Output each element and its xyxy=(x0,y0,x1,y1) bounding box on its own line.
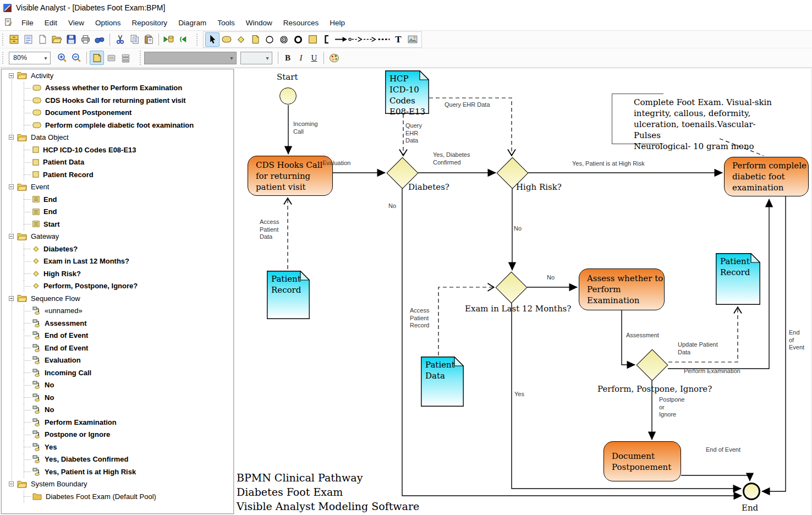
activity-assess[interactable]: Assess whether to Perform Examination xyxy=(579,269,665,310)
font-name-combo[interactable]: ▾ xyxy=(144,52,237,64)
text-tool-button[interactable]: T xyxy=(391,32,405,47)
start-event[interactable] xyxy=(279,87,297,105)
dots-tool-button[interactable] xyxy=(377,32,391,47)
data-patient-record-right[interactable]: Patient Record xyxy=(716,253,760,305)
tree-item-patient-data[interactable]: Patient Data xyxy=(2,156,233,169)
assoc-access-patient-record[interactable] xyxy=(438,287,493,355)
menu-item-repository[interactable]: Repository xyxy=(127,17,173,29)
data-object-tool-button[interactable] xyxy=(248,32,262,47)
label-yes-diabetes-confirmed[interactable]: Yes, Diabetes Confirmed xyxy=(433,151,470,166)
menu-item-tools[interactable]: Tools xyxy=(212,17,240,29)
boundary-tool-button[interactable] xyxy=(305,32,320,47)
zoom-out-button[interactable] xyxy=(69,51,84,65)
tree-item-hcp-icd-10-codes-e08-e13[interactable]: HCP ICD-10 Codes E08-E13 xyxy=(2,144,233,156)
end-event-label[interactable]: End xyxy=(742,503,758,513)
message-flow-tool-button[interactable] xyxy=(348,32,363,47)
label-end-of-event-v[interactable]: End of Event xyxy=(789,329,804,352)
tree-item-exam-in-last-12-months[interactable]: Exam in Last 12 Months? xyxy=(2,255,233,268)
tree-folder-gateway[interactable]: Gateway xyxy=(2,231,233,243)
gateway-tool-button[interactable] xyxy=(234,32,248,47)
tree-item-document-postponement[interactable]: Document Postponement xyxy=(2,107,233,119)
label-no-exam[interactable]: No xyxy=(547,274,555,282)
menu-item-diagram[interactable]: Diagram xyxy=(173,17,212,29)
intermediate-event-tool-button[interactable] xyxy=(277,32,291,47)
association-tool-button[interactable] xyxy=(363,32,377,47)
child-window-icon[interactable] xyxy=(4,18,13,28)
menu-item-edit[interactable]: Edit xyxy=(39,17,63,29)
label-evaluation[interactable]: Evaluation xyxy=(322,160,350,167)
tree-folder-sequence-flow[interactable]: Sequence Flow xyxy=(2,292,233,305)
tree-item-high-risk[interactable]: High Risk? xyxy=(2,267,233,280)
import-forward-button[interactable] xyxy=(162,32,176,47)
open-folder-button[interactable] xyxy=(50,32,64,47)
find-button[interactable] xyxy=(92,32,107,47)
tree-item-yes-diabetes-confirmed[interactable]: Yes, Diabetes Confirmed xyxy=(2,453,233,466)
label-access-patient-record[interactable]: Access Patient Record xyxy=(410,307,429,330)
color-palette-button[interactable] xyxy=(327,51,341,65)
cut-button[interactable] xyxy=(113,32,127,47)
italic-button[interactable]: I xyxy=(294,51,308,64)
activity-document-postponement[interactable]: Document Postponement xyxy=(603,441,681,481)
toolbar-grip[interactable] xyxy=(196,34,199,46)
toolbar-grip[interactable] xyxy=(2,34,4,46)
menu-item-view[interactable]: View xyxy=(63,17,90,29)
bold-button[interactable]: B xyxy=(281,51,294,64)
data-hcp-icd10[interactable]: HCP ICD-10 Codes E08-E13 xyxy=(385,70,429,114)
repository-tree[interactable]: ActivityAssess whether to Perform Examin… xyxy=(1,69,234,514)
tree-item-end[interactable]: End xyxy=(2,206,233,218)
gateway-ppi-label[interactable]: Perform, Postpone, Ignore? xyxy=(597,384,712,394)
paste-button[interactable] xyxy=(141,32,156,47)
label-assessment[interactable]: Assessment xyxy=(626,332,659,339)
print-button[interactable] xyxy=(78,32,92,47)
label-no-high-risk[interactable]: No xyxy=(514,225,522,233)
flow-end-of-event-doc[interactable] xyxy=(681,475,750,481)
label-query-ehr-data-h[interactable]: Query EHR Data xyxy=(445,101,490,109)
start-event-label[interactable]: Start xyxy=(277,72,298,82)
pointer-button[interactable] xyxy=(205,32,220,47)
data-patient-record-left[interactable]: Patient Record xyxy=(267,271,310,319)
tree-item-assess-whether-to-perform-examination[interactable]: Assess whether to Perform Examination xyxy=(2,82,233,95)
label-postpone-or-ignore[interactable]: Postpone or Ignore xyxy=(659,396,684,419)
zoom-in-button[interactable] xyxy=(55,51,69,65)
new-document-button[interactable] xyxy=(35,32,50,47)
label-no-diabetes[interactable]: No xyxy=(388,202,396,210)
label-query-ehr-data-v[interactable]: Query EHR Data xyxy=(405,122,422,145)
copy-button[interactable] xyxy=(127,32,141,47)
tree-item-end-of-event[interactable]: End of Event xyxy=(2,330,233,342)
tree-item-incoming-call[interactable]: Incoming Call xyxy=(2,366,233,379)
menu-item-file[interactable]: File xyxy=(16,17,39,29)
toolbar-grip[interactable] xyxy=(139,51,142,65)
activity-perform-exam[interactable]: Perform complele diabetic foot examinati… xyxy=(724,157,809,196)
image-tool-button[interactable] xyxy=(405,32,420,47)
tree-item-diabetes-foot-exam-default-pool[interactable]: Diabetes Foot Exam (Default Pool) xyxy=(2,490,233,503)
tree-item-yes-patient-is-at-high-risk[interactable]: Yes, Patient is at High Risk xyxy=(2,465,233,478)
activity-tool-button[interactable] xyxy=(220,32,234,47)
end-event-tool-button[interactable] xyxy=(291,32,305,47)
tree-item-no[interactable]: No xyxy=(2,379,233,392)
menu-item-options[interactable]: Options xyxy=(90,17,127,29)
menu-item-help[interactable]: Help xyxy=(324,17,350,29)
diagram-caption[interactable]: BPMN Clinical Pathway Diabetes Foot Exam… xyxy=(237,470,419,513)
export-back-button[interactable] xyxy=(176,32,190,47)
tree-item-assessment[interactable]: Assessment xyxy=(2,317,233,330)
gateway-diabetes-label[interactable]: Diabetes? xyxy=(408,182,449,192)
tree-item-postpone-or-ignore[interactable]: Postpone or Ignore xyxy=(2,429,233,441)
tree-item-unnamed[interactable]: «unnamed» xyxy=(2,305,233,317)
font-size-combo[interactable]: ▾ xyxy=(240,52,272,64)
annotation-tool-button[interactable] xyxy=(320,32,334,47)
label-end-of-event-h[interactable]: End of Event xyxy=(706,446,740,454)
label-perform-examination[interactable]: Perform Examination xyxy=(684,368,740,375)
browse-document-button[interactable] xyxy=(21,32,35,47)
page-gray-button[interactable] xyxy=(104,51,118,65)
tree-item-start[interactable]: Start xyxy=(2,218,233,231)
repository-cabinet-button[interactable] xyxy=(7,32,21,47)
annotation-complete-foot-exam[interactable]: Complete Foot Exam. Visual-skin integrit… xyxy=(634,97,781,152)
tree-item-perform-complele-diabetic-foot-examination[interactable]: Perform complele diabetic foot examinati… xyxy=(2,119,233,132)
tree-item-evaluation[interactable]: Evaluation xyxy=(2,354,233,367)
tree-folder-activity[interactable]: Activity xyxy=(2,69,233,82)
tree-folder-event[interactable]: Event xyxy=(2,181,233,194)
tree-folder-data-object[interactable]: Data Object xyxy=(2,132,233,144)
tree-item-end[interactable]: End xyxy=(2,193,233,206)
activity-cds-hooks[interactable]: CDS Hooks Call for returning patient vis… xyxy=(248,156,333,196)
label-yes-high-risk[interactable]: Yes, Patient is at High Risk xyxy=(572,160,645,168)
